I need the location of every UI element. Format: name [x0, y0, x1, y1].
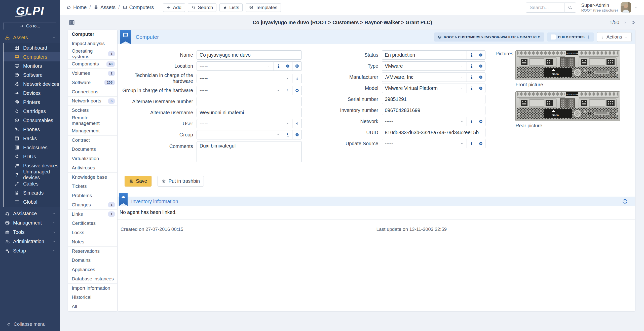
sidebar-section-management[interactable]: Management [0, 218, 60, 228]
add-button[interactable]: Add [163, 3, 185, 12]
tab-locks[interactable]: Locks [68, 228, 117, 237]
sidebar-item-monitors[interactable]: Monitors [4, 61, 60, 70]
sidebar-item-network-devices[interactable]: Network devices [4, 80, 60, 89]
sidebar-section-tools[interactable]: Tools [0, 228, 60, 237]
technician-in-charge-of-the-hardware-info-button[interactable] [292, 74, 302, 83]
sidebar-item-unmanaged-devices[interactable]: ?Unmanaged devices [4, 170, 60, 179]
sidebar-item-computers[interactable]: Computers [4, 52, 60, 61]
network-select[interactable]: ----- [382, 117, 467, 126]
tab-links[interactable]: Links1 [68, 210, 117, 219]
alternate-username-input[interactable] [197, 108, 302, 117]
tab-antiviruses[interactable]: Antiviruses [68, 163, 117, 173]
sidebar-item-pdus[interactable]: PDUs [4, 152, 60, 161]
actions-button[interactable]: Actions [597, 32, 632, 42]
glpi-logo[interactable]: GLPI [0, 0, 60, 22]
child-entities-toggle[interactable]: CHILD ENTITIES [547, 32, 594, 42]
group-add-button[interactable] [292, 130, 302, 139]
location-add-button[interactable] [283, 61, 292, 71]
save-button[interactable]: Save [125, 176, 151, 187]
location-globe-button[interactable] [292, 61, 302, 71]
sidebar-section-administration[interactable]: Administration [0, 237, 60, 246]
tab-domains[interactable]: Domains [68, 256, 117, 265]
group-select[interactable]: ----- [197, 130, 283, 139]
tab-appliances[interactable]: Appliances [68, 265, 117, 274]
status-add-button[interactable] [476, 50, 485, 60]
user-menu[interactable]: Super-Admin ROOT (tree structure) [581, 2, 637, 13]
breadcrumb-item-computers[interactable]: Computers [123, 5, 154, 10]
tab-certificates[interactable]: Certificates [68, 219, 117, 228]
status-info-button[interactable] [467, 50, 476, 60]
tab-operating-systems[interactable]: Operating systems1 [68, 48, 117, 60]
sidebar-section-assistance[interactable]: Assistance [0, 209, 60, 218]
sidebar-item-consumables[interactable]: Consumables [4, 116, 60, 125]
tab-database-instances[interactable]: Database instances [68, 274, 117, 284]
child-entities-checkbox[interactable] [551, 34, 556, 40]
alternate-username-number-input[interactable] [197, 97, 302, 106]
tab-impact-analysis[interactable]: Impact analysis [68, 39, 117, 48]
tab-historical[interactable]: Historical [68, 293, 117, 302]
tab-volumes[interactable]: Volumes2 [68, 69, 117, 78]
tab-components[interactable]: Components48 [68, 60, 117, 69]
global-search-input[interactable] [526, 3, 564, 13]
templates-button[interactable]: Templates [246, 3, 281, 12]
inventory-number-input[interactable] [382, 106, 485, 115]
network-add-button[interactable] [476, 117, 485, 126]
comments-textarea[interactable]: Duxi bimivategul [197, 141, 302, 162]
sidebar-item-simcards[interactable]: Simcards [4, 188, 60, 197]
sidebar-item-printers[interactable]: Printers [4, 98, 60, 107]
sidebar-item-phones[interactable]: Phones [4, 125, 60, 134]
tab-tickets[interactable]: Tickets [68, 182, 117, 191]
tab-network-ports[interactable]: Network ports6 [68, 97, 117, 106]
sidebar-item-software[interactable]: Software [4, 70, 60, 80]
sidebar-item-global[interactable]: Global [4, 197, 60, 206]
tab-all[interactable]: All [68, 302, 117, 311]
network-info-button[interactable] [467, 117, 476, 126]
sidebar-item-cables[interactable]: Cables [4, 179, 60, 188]
tab-management[interactable]: Management [68, 126, 117, 136]
update-source-select[interactable]: ----- [382, 139, 467, 148]
manufacturer-info-button[interactable] [467, 72, 476, 82]
model-add-button[interactable] [476, 84, 485, 93]
tab-software[interactable]: Software205 [68, 78, 117, 87]
group-info-button[interactable] [283, 130, 292, 139]
global-search-button[interactable] [564, 3, 576, 13]
tab-notes[interactable]: Notes [68, 237, 117, 247]
breadcrumb-item-assets[interactable]: Assets [94, 5, 116, 10]
tab-documents[interactable]: Documents [68, 145, 117, 154]
tab-knowledge-base[interactable]: Knowledge base [68, 173, 117, 182]
sidebar-item-racks[interactable]: Racks [4, 134, 60, 143]
tab-virtualization[interactable]: Virtualization [68, 154, 117, 163]
model-select[interactable]: VMware Virtual Platform [382, 84, 467, 93]
last-record-button[interactable] [631, 20, 635, 25]
location-info-button[interactable] [274, 61, 283, 71]
goto-button[interactable]: Go to... [4, 22, 56, 30]
location-select[interactable]: ----- [197, 61, 274, 71]
manufacturer-add-button[interactable] [476, 72, 485, 82]
search-button[interactable]: Search [188, 3, 216, 12]
sidebar-item-devices[interactable]: Devices [4, 89, 60, 98]
type-select[interactable]: VMware [382, 61, 467, 71]
sidebar-section-setup[interactable]: Setup [0, 246, 60, 255]
sidebar-item-enclosures[interactable]: Enclosures [4, 143, 60, 152]
group-in-charge-of-the-hardware-add-button[interactable] [292, 86, 302, 95]
tab-reservations[interactable]: Reservations [68, 247, 117, 256]
sidebar-item-cartridges[interactable]: Cartridges [4, 107, 60, 116]
type-info-button[interactable] [467, 61, 476, 71]
sidebar-section-assets[interactable]: Assets [0, 33, 60, 42]
ban-icon[interactable] [622, 199, 628, 204]
tab-changes[interactable]: Changes1 [68, 200, 117, 210]
lists-button[interactable]: Lists [219, 3, 243, 12]
update-source-add-button[interactable] [476, 139, 485, 148]
put-in-trashbin-button[interactable]: Put in trashbin [158, 176, 204, 187]
sidebar-item-dashboard[interactable]: Dashboard [4, 43, 60, 52]
entity-breadcrumb-chip[interactable]: ROOT > CUSTOMERS > RAYNOR-WALKER > GRANT… [434, 32, 544, 42]
model-info-button[interactable] [467, 84, 476, 93]
manufacturer-select[interactable]: .VMware, Inc [382, 72, 467, 82]
uuid-input[interactable] [382, 128, 485, 137]
name-input[interactable] [197, 50, 302, 60]
tab-connections[interactable]: Connections [68, 87, 117, 97]
collapse-menu-button[interactable]: Collapse menu [0, 317, 60, 331]
user-info-button[interactable] [292, 119, 302, 128]
form-layout-button[interactable] [68, 19, 75, 26]
user-select[interactable]: ----- [197, 119, 292, 128]
